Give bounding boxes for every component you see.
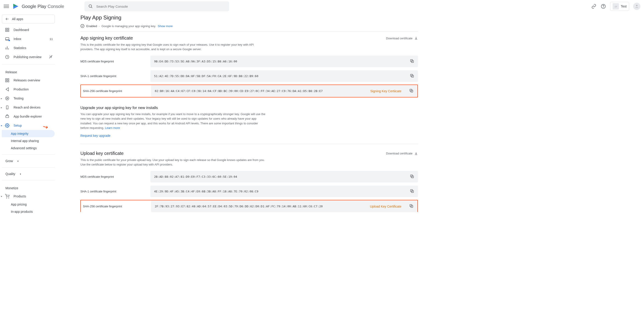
sidebar-item-production[interactable]: Production: [2, 85, 55, 94]
fp-value: 9B:E4:DD:73:53:5E:A8:9A:3F:A3:D5:15:B8:A…: [150, 56, 418, 67]
fp-value: 4E:29:9D:4F:A5:3B:C4:4F:E0:6B:3B:A8:FF:1…: [150, 186, 418, 197]
chevron-down-icon: ▾: [1, 124, 2, 127]
copy-icon[interactable]: [410, 74, 414, 79]
inbox-count: 11: [50, 37, 53, 41]
sidebar-item-products[interactable]: ▾ Products: [2, 192, 55, 201]
section-grow[interactable]: Grow ▾: [2, 157, 55, 165]
upgrade-desc: You can upgrade your app signing key for…: [80, 112, 266, 130]
download-icon: [414, 36, 418, 40]
show-more-link[interactable]: Show more: [158, 25, 172, 28]
copy-icon[interactable]: [410, 189, 414, 194]
section-release: Release: [2, 67, 55, 76]
chevron-right-icon: ▸: [1, 106, 2, 109]
sidebar-item-dashboard[interactable]: Dashboard: [2, 25, 55, 34]
link-icon[interactable]: [591, 4, 596, 9]
bundle-icon: [4, 114, 10, 119]
svg-point-29: [6, 198, 7, 198]
copy-icon[interactable]: [409, 204, 414, 209]
svg-rect-9: [8, 28, 9, 30]
fp-label: SHA-256 certificate fingerprint: [81, 89, 151, 93]
main-content: Play App Signing Enabled · Google is man…: [56, 13, 440, 221]
sidebar-item-statistics[interactable]: Statistics: [2, 44, 55, 53]
status-row: Enabled · Google is managing your app si…: [80, 24, 418, 32]
svg-point-6: [636, 5, 638, 6]
svg-rect-22: [6, 81, 7, 82]
svg-rect-11: [8, 30, 9, 32]
sidebar-item-setup[interactable]: ▾ Setup ↘: [2, 121, 55, 130]
top-bar: Google Play Console ▱ Test: [0, 0, 644, 13]
copy-icon[interactable]: [410, 59, 414, 64]
statistics-icon: [4, 45, 10, 51]
fp-label: SHA-256 certificate fingerprint: [81, 205, 151, 208]
sidebar-item-advanced-settings[interactable]: Advanced settings: [2, 144, 55, 152]
page-title: Play App Signing: [80, 15, 418, 21]
sidebar-item-in-app-products[interactable]: In-app products: [2, 208, 55, 215]
releases-icon: [4, 78, 10, 83]
sidebar-item-inbox[interactable]: Inbox 11: [2, 34, 55, 44]
chevron-down-icon: ▾: [20, 173, 21, 175]
download-signing-cert-button[interactable]: Download certificate: [386, 36, 418, 40]
svg-point-23: [6, 97, 9, 100]
upload-sha1-row: SHA-1 certificate fingerprint 4E:29:9D:4…: [80, 186, 418, 197]
section-quality[interactable]: Quality ▾: [2, 170, 55, 177]
fp-value: 02:B0:16:4A:C4:67:CF:C0:38:14:0A:CF:BD:B…: [151, 85, 417, 97]
section-upgrade: Upgrade your app signing key for new ins…: [80, 106, 418, 137]
search-bar[interactable]: [84, 1, 229, 11]
play-console-icon: [12, 2, 20, 11]
logo[interactable]: Google Play Console: [12, 2, 64, 11]
chevron-right-icon: ▸: [1, 97, 2, 100]
upload-desc: This is the public certificate for your …: [80, 158, 266, 167]
arrow-left-icon: [5, 17, 9, 21]
upload-title: Upload key certificate: [80, 151, 266, 156]
svg-point-31: [81, 25, 84, 28]
products-icon: [4, 194, 10, 199]
upload-sha256-row: SHA-256 certificate fingerprint 2F:7B:93…: [81, 201, 417, 212]
fp-value: 51:A2:4E:7D:55:DD:DA:8F:5B:DF:5A:F0:CA:2…: [150, 70, 418, 82]
upgrade-title: Upgrade your app signing key for new ins…: [80, 106, 418, 110]
sidebar-item-reach-devices[interactable]: ▸ Reach and devices: [2, 103, 55, 112]
help-icon[interactable]: [601, 4, 606, 9]
download-icon: [414, 152, 418, 155]
sidebar-item-publishing-overview[interactable]: Publishing overview: [2, 53, 55, 62]
svg-rect-27: [6, 116, 8, 118]
sidebar-item-internal-sharing[interactable]: Internal app sharing: [2, 137, 55, 144]
sidebar-item-bundle-explorer[interactable]: App bundle explorer: [2, 112, 55, 121]
avatar[interactable]: [633, 3, 640, 10]
all-apps-button[interactable]: All apps: [2, 15, 55, 24]
copy-icon[interactable]: [410, 174, 414, 179]
search-input[interactable]: [96, 5, 226, 8]
app-name-label: Test: [621, 5, 626, 8]
annotation-upload: Upload Key Certificate: [370, 205, 402, 208]
svg-point-2: [89, 5, 92, 8]
copy-icon[interactable]: [409, 88, 414, 94]
upload-md5-row: MD5 certificate fingerprint 2B:AD:88:02:…: [80, 171, 418, 182]
sidebar-item-app-pricing[interactable]: App pricing: [2, 201, 55, 208]
app-selector[interactable]: ▱ Test: [610, 2, 629, 11]
dashboard-icon: [4, 27, 10, 33]
sidebar-item-releases-overview[interactable]: Releases overview: [2, 76, 55, 85]
chevron-down-icon: ▾: [1, 195, 2, 198]
download-upload-cert-button[interactable]: Download certificate: [386, 151, 418, 155]
signing-title: App signing key certificate: [80, 36, 266, 41]
fp-label: MD5 certificate fingerprint: [80, 60, 150, 63]
signing-desc: This is the public certificate for the a…: [80, 43, 266, 52]
sidebar: All apps Dashboard Inbox 11 Statistics P…: [0, 13, 56, 221]
request-key-upgrade-link[interactable]: Request key upgrade: [80, 134, 110, 137]
chevron-down-icon: ▾: [18, 160, 18, 162]
section-monetize: Monetize: [2, 183, 55, 192]
devices-icon: [4, 105, 10, 110]
fp-value: 2B:AD:88:02:A7:81:D9:E0:F7:C3:33:6C:60:5…: [150, 171, 418, 182]
search-icon: [88, 4, 93, 9]
menu-icon[interactable]: [4, 4, 9, 9]
signing-sha256-highlight: SHA-256 certificate fingerprint 02:B0:16…: [80, 85, 418, 98]
sidebar-item-app-integrity[interactable]: App integrity: [2, 130, 55, 137]
publishing-icon: [4, 54, 10, 60]
annotation-signing: Signing Key Certiicate: [370, 89, 402, 93]
managed-publishing-off-icon: [49, 55, 53, 60]
app-icon: ▱: [612, 3, 619, 10]
sidebar-item-testing[interactable]: ▸ Testing: [2, 94, 55, 103]
check-circle-icon: [80, 24, 84, 28]
svg-point-5: [603, 7, 604, 8]
section-signing-key: App signing key certificate This is the …: [80, 36, 418, 98]
learn-more-link[interactable]: Learn more: [105, 126, 120, 130]
